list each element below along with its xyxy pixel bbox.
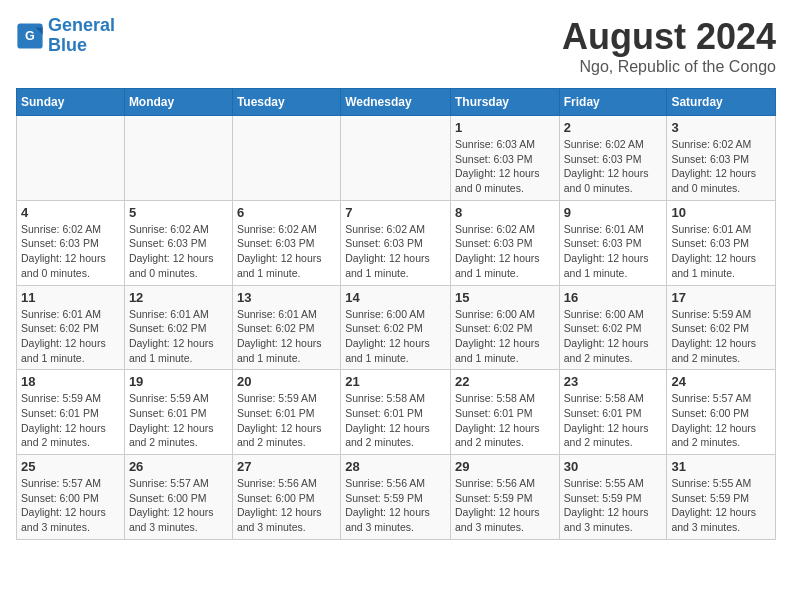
day-info: Sunrise: 6:01 AM Sunset: 6:02 PM Dayligh… [21, 307, 120, 366]
day-info: Sunrise: 6:01 AM Sunset: 6:02 PM Dayligh… [129, 307, 228, 366]
day-number: 1 [455, 120, 555, 135]
calendar-cell: 10Sunrise: 6:01 AM Sunset: 6:03 PM Dayli… [667, 200, 776, 285]
calendar-cell: 1Sunrise: 6:03 AM Sunset: 6:03 PM Daylig… [450, 116, 559, 201]
day-number: 28 [345, 459, 446, 474]
day-number: 29 [455, 459, 555, 474]
col-header-monday: Monday [124, 89, 232, 116]
day-number: 16 [564, 290, 663, 305]
day-info: Sunrise: 6:01 AM Sunset: 6:02 PM Dayligh… [237, 307, 336, 366]
day-info: Sunrise: 5:57 AM Sunset: 6:00 PM Dayligh… [671, 391, 771, 450]
day-info: Sunrise: 5:59 AM Sunset: 6:02 PM Dayligh… [671, 307, 771, 366]
col-header-wednesday: Wednesday [341, 89, 451, 116]
day-number: 31 [671, 459, 771, 474]
day-number: 23 [564, 374, 663, 389]
day-info: Sunrise: 5:57 AM Sunset: 6:00 PM Dayligh… [21, 476, 120, 535]
day-number: 25 [21, 459, 120, 474]
calendar-cell: 19Sunrise: 5:59 AM Sunset: 6:01 PM Dayli… [124, 370, 232, 455]
calendar-cell [17, 116, 125, 201]
day-info: Sunrise: 6:02 AM Sunset: 6:03 PM Dayligh… [129, 222, 228, 281]
day-info: Sunrise: 5:55 AM Sunset: 5:59 PM Dayligh… [564, 476, 663, 535]
title-block: August 2024 Ngo, Republic of the Congo [562, 16, 776, 76]
day-info: Sunrise: 5:59 AM Sunset: 6:01 PM Dayligh… [21, 391, 120, 450]
day-info: Sunrise: 6:02 AM Sunset: 6:03 PM Dayligh… [237, 222, 336, 281]
day-number: 3 [671, 120, 771, 135]
day-info: Sunrise: 6:02 AM Sunset: 6:03 PM Dayligh… [345, 222, 446, 281]
day-info: Sunrise: 5:56 AM Sunset: 5:59 PM Dayligh… [455, 476, 555, 535]
day-number: 17 [671, 290, 771, 305]
col-header-saturday: Saturday [667, 89, 776, 116]
day-number: 27 [237, 459, 336, 474]
day-info: Sunrise: 5:59 AM Sunset: 6:01 PM Dayligh… [129, 391, 228, 450]
logo-icon: G [16, 22, 44, 50]
day-info: Sunrise: 5:56 AM Sunset: 5:59 PM Dayligh… [345, 476, 446, 535]
day-info: Sunrise: 6:00 AM Sunset: 6:02 PM Dayligh… [455, 307, 555, 366]
calendar-cell: 31Sunrise: 5:55 AM Sunset: 5:59 PM Dayli… [667, 455, 776, 540]
day-info: Sunrise: 6:01 AM Sunset: 6:03 PM Dayligh… [671, 222, 771, 281]
day-number: 26 [129, 459, 228, 474]
day-number: 21 [345, 374, 446, 389]
day-number: 7 [345, 205, 446, 220]
day-info: Sunrise: 6:02 AM Sunset: 6:03 PM Dayligh… [21, 222, 120, 281]
calendar-cell: 4Sunrise: 6:02 AM Sunset: 6:03 PM Daylig… [17, 200, 125, 285]
day-number: 11 [21, 290, 120, 305]
day-number: 22 [455, 374, 555, 389]
day-info: Sunrise: 5:55 AM Sunset: 5:59 PM Dayligh… [671, 476, 771, 535]
day-number: 13 [237, 290, 336, 305]
calendar-cell: 11Sunrise: 6:01 AM Sunset: 6:02 PM Dayli… [17, 285, 125, 370]
day-number: 5 [129, 205, 228, 220]
day-info: Sunrise: 5:58 AM Sunset: 6:01 PM Dayligh… [564, 391, 663, 450]
day-number: 20 [237, 374, 336, 389]
page-subtitle: Ngo, Republic of the Congo [562, 58, 776, 76]
calendar-cell: 15Sunrise: 6:00 AM Sunset: 6:02 PM Dayli… [450, 285, 559, 370]
calendar-cell: 6Sunrise: 6:02 AM Sunset: 6:03 PM Daylig… [232, 200, 340, 285]
page-header: G General Blue August 2024 Ngo, Republic… [16, 16, 776, 76]
calendar-cell: 8Sunrise: 6:02 AM Sunset: 6:03 PM Daylig… [450, 200, 559, 285]
calendar-cell: 3Sunrise: 6:02 AM Sunset: 6:03 PM Daylig… [667, 116, 776, 201]
day-number: 9 [564, 205, 663, 220]
day-info: Sunrise: 5:58 AM Sunset: 6:01 PM Dayligh… [345, 391, 446, 450]
day-info: Sunrise: 6:00 AM Sunset: 6:02 PM Dayligh… [345, 307, 446, 366]
col-header-sunday: Sunday [17, 89, 125, 116]
day-number: 19 [129, 374, 228, 389]
calendar-cell: 29Sunrise: 5:56 AM Sunset: 5:59 PM Dayli… [450, 455, 559, 540]
calendar-cell: 30Sunrise: 5:55 AM Sunset: 5:59 PM Dayli… [559, 455, 667, 540]
day-number: 4 [21, 205, 120, 220]
day-number: 15 [455, 290, 555, 305]
calendar-cell: 16Sunrise: 6:00 AM Sunset: 6:02 PM Dayli… [559, 285, 667, 370]
calendar-cell: 28Sunrise: 5:56 AM Sunset: 5:59 PM Dayli… [341, 455, 451, 540]
calendar-cell: 9Sunrise: 6:01 AM Sunset: 6:03 PM Daylig… [559, 200, 667, 285]
day-info: Sunrise: 6:01 AM Sunset: 6:03 PM Dayligh… [564, 222, 663, 281]
calendar-cell: 17Sunrise: 5:59 AM Sunset: 6:02 PM Dayli… [667, 285, 776, 370]
calendar-cell: 12Sunrise: 6:01 AM Sunset: 6:02 PM Dayli… [124, 285, 232, 370]
day-number: 6 [237, 205, 336, 220]
day-number: 8 [455, 205, 555, 220]
calendar-cell: 5Sunrise: 6:02 AM Sunset: 6:03 PM Daylig… [124, 200, 232, 285]
day-number: 12 [129, 290, 228, 305]
col-header-tuesday: Tuesday [232, 89, 340, 116]
day-number: 2 [564, 120, 663, 135]
logo: G General Blue [16, 16, 115, 56]
day-info: Sunrise: 6:03 AM Sunset: 6:03 PM Dayligh… [455, 137, 555, 196]
day-number: 14 [345, 290, 446, 305]
calendar-cell: 26Sunrise: 5:57 AM Sunset: 6:00 PM Dayli… [124, 455, 232, 540]
calendar-cell [341, 116, 451, 201]
calendar-cell: 14Sunrise: 6:00 AM Sunset: 6:02 PM Dayli… [341, 285, 451, 370]
day-info: Sunrise: 6:02 AM Sunset: 6:03 PM Dayligh… [671, 137, 771, 196]
col-header-thursday: Thursday [450, 89, 559, 116]
calendar-cell [124, 116, 232, 201]
calendar-cell: 2Sunrise: 6:02 AM Sunset: 6:03 PM Daylig… [559, 116, 667, 201]
day-info: Sunrise: 5:59 AM Sunset: 6:01 PM Dayligh… [237, 391, 336, 450]
day-info: Sunrise: 5:58 AM Sunset: 6:01 PM Dayligh… [455, 391, 555, 450]
day-number: 18 [21, 374, 120, 389]
day-info: Sunrise: 6:00 AM Sunset: 6:02 PM Dayligh… [564, 307, 663, 366]
day-info: Sunrise: 5:56 AM Sunset: 6:00 PM Dayligh… [237, 476, 336, 535]
day-number: 30 [564, 459, 663, 474]
calendar-cell: 21Sunrise: 5:58 AM Sunset: 6:01 PM Dayli… [341, 370, 451, 455]
calendar-cell [232, 116, 340, 201]
calendar-header: SundayMondayTuesdayWednesdayThursdayFrid… [17, 89, 776, 116]
calendar-cell: 22Sunrise: 5:58 AM Sunset: 6:01 PM Dayli… [450, 370, 559, 455]
day-info: Sunrise: 6:02 AM Sunset: 6:03 PM Dayligh… [455, 222, 555, 281]
calendar-cell: 24Sunrise: 5:57 AM Sunset: 6:00 PM Dayli… [667, 370, 776, 455]
calendar-cell: 13Sunrise: 6:01 AM Sunset: 6:02 PM Dayli… [232, 285, 340, 370]
day-info: Sunrise: 5:57 AM Sunset: 6:00 PM Dayligh… [129, 476, 228, 535]
